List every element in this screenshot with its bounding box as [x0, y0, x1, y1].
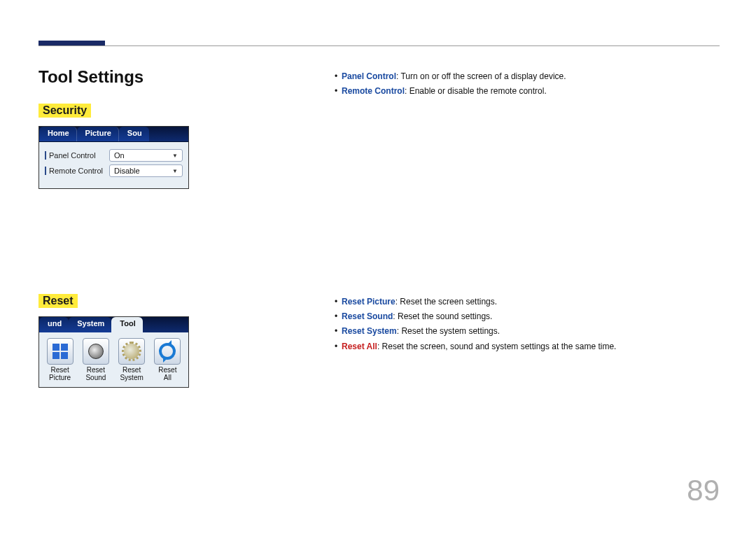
reset-picture-button[interactable]: Reset Picture — [43, 338, 77, 381]
list-item: • Panel Control: Turn on or off the scre… — [330, 70, 566, 83]
bullet-label: Reset System — [342, 326, 397, 336]
remote-control-value: Disable — [114, 167, 140, 175]
reset-sound-icon — [83, 338, 109, 365]
reset-system-button[interactable]: Reset System — [115, 338, 148, 381]
bullet-label: Reset Picture — [342, 297, 396, 307]
bullet-desc: : Enable or disable the remote control. — [405, 86, 547, 96]
bullet-desc: : Reset the screen settings. — [396, 297, 497, 307]
list-item: • Remote Control: Enable or disable the … — [330, 85, 566, 98]
tab-sound-truncated[interactable]: und — [39, 317, 69, 332]
panel-control-label: Panel Control — [45, 151, 109, 160]
reset-tabs: und System Tool — [39, 317, 188, 332]
bullet-label: Reset All — [342, 342, 377, 351]
security-panel-screenshot: Home Picture Sou Panel Control On ▼ Remo… — [38, 126, 189, 189]
page-number: 89 — [687, 474, 720, 507]
list-item: • Reset System: Reset the system setting… — [330, 325, 616, 338]
reset-all-label2: All — [150, 374, 184, 381]
bullet-desc: : Reset the system settings. — [397, 326, 500, 336]
security-tabs: Home Picture Sou — [39, 127, 188, 142]
reset-system-label2: System — [115, 374, 148, 381]
reset-sound-button[interactable]: Reset Sound — [79, 338, 113, 381]
panel-control-value: On — [114, 151, 125, 160]
tab-home[interactable]: Home — [39, 127, 77, 141]
bullet-desc: : Reset the sound settings. — [393, 311, 492, 321]
security-panel-body: Panel Control On ▼ Remote Control Disabl… — [39, 142, 188, 188]
reset-picture-label1: Reset — [43, 366, 77, 374]
reset-picture-label2: Picture — [43, 374, 77, 381]
tab-tool[interactable]: Tool — [111, 317, 142, 332]
bullet-label: Reset Sound — [342, 311, 393, 321]
chevron-down-icon: ▼ — [172, 168, 178, 174]
header-divider — [38, 45, 720, 46]
reset-system-label1: Reset — [115, 366, 148, 374]
panel-control-row: Panel Control On ▼ — [45, 149, 183, 162]
reset-all-icon — [154, 338, 181, 365]
page-title: Tool Settings — [38, 67, 144, 87]
reset-picture-icon — [47, 338, 74, 365]
remote-control-label: Remote Control — [45, 167, 109, 175]
list-item: • Reset Picture: Reset the screen settin… — [330, 295, 616, 309]
reset-all-label1: Reset — [150, 366, 184, 374]
reset-panel-body: Reset Picture Reset Sound Reset System R… — [39, 332, 188, 387]
bullet-icon: • — [330, 85, 342, 98]
bullet-label: Remote Control — [342, 86, 405, 96]
bullet-label: Panel Control — [342, 71, 396, 81]
reset-sound-label2: Sound — [79, 374, 113, 381]
bullet-icon: • — [330, 325, 342, 338]
list-item: • Reset All: Reset the screen, sound and… — [330, 340, 616, 353]
bullet-icon: • — [330, 295, 342, 309]
chevron-down-icon: ▼ — [172, 153, 178, 159]
reset-all-button[interactable]: Reset All — [150, 338, 184, 381]
bullet-icon: • — [330, 340, 342, 353]
bullet-desc: : Reset the screen, sound and system set… — [377, 342, 617, 351]
reset-heading: Reset — [38, 294, 78, 308]
bullet-desc: : Turn on or off the screen of a display… — [396, 71, 566, 81]
reset-system-icon — [118, 338, 145, 365]
tab-system[interactable]: System — [69, 317, 111, 332]
tab-picture[interactable]: Picture — [77, 127, 119, 141]
security-bullets: • Panel Control: Turn on or off the scre… — [330, 70, 566, 99]
reset-panel-screenshot: und System Tool Reset Picture Reset Soun… — [38, 316, 189, 388]
remote-control-row: Remote Control Disable ▼ — [45, 164, 183, 177]
bullet-icon: • — [330, 310, 342, 323]
security-heading: Security — [38, 104, 91, 118]
list-item: • Reset Sound: Reset the sound settings. — [330, 310, 616, 323]
reset-sound-label1: Reset — [79, 366, 113, 374]
reset-bullets: • Reset Picture: Reset the screen settin… — [330, 295, 616, 355]
tab-sound-truncated[interactable]: Sou — [119, 127, 149, 141]
remote-control-select[interactable]: Disable ▼ — [109, 164, 183, 177]
panel-control-select[interactable]: On ▼ — [109, 149, 183, 162]
bullet-icon: • — [330, 70, 342, 83]
